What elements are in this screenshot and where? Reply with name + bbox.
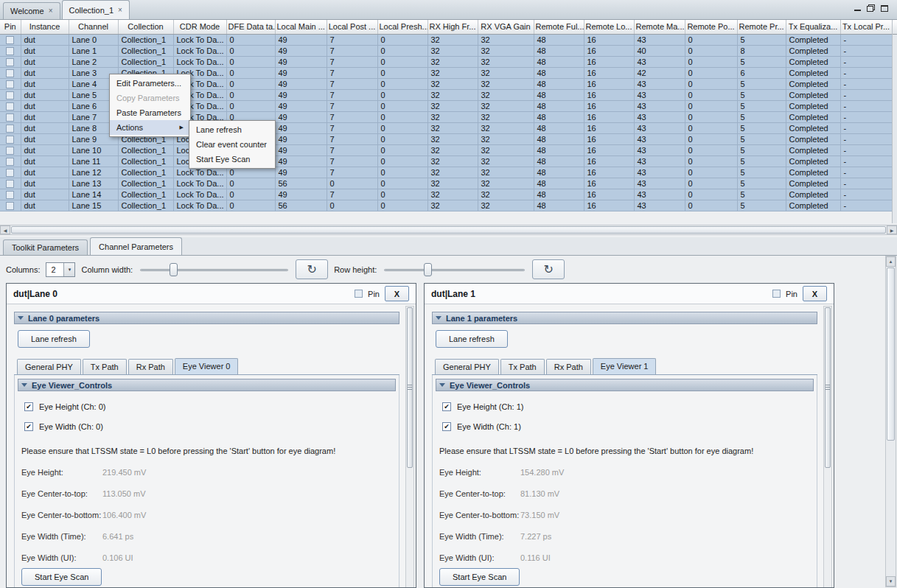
minimize-icon[interactable] <box>854 5 861 11</box>
table-row[interactable]: dut Lane 14 Collection_1 Lock To Da... 0… <box>0 189 892 200</box>
menu-item-lane-refresh[interactable]: Lane refresh <box>189 122 275 137</box>
tab-toolkit-parameters[interactable]: Toolkit Parameters <box>3 239 88 255</box>
eye-height-checkbox[interactable]: ✔ <box>442 402 451 411</box>
menu-item-edit-parameters[interactable]: Edit Parameters... <box>110 76 190 91</box>
slider-thumb[interactable] <box>170 263 178 276</box>
scroll-up-icon[interactable]: ▲ <box>886 256 896 267</box>
pin-checkbox[interactable] <box>6 136 14 144</box>
column-header[interactable]: RX VGA Gain <box>478 20 534 34</box>
horizontal-scrollbar-thumb[interactable] <box>11 226 886 234</box>
pin-checkbox[interactable] <box>6 169 14 177</box>
pin-checkbox[interactable] <box>6 58 14 66</box>
column-header[interactable]: Remote Po... <box>685 20 737 34</box>
column-header[interactable]: Channel <box>69 20 118 34</box>
column-header[interactable]: Local Post ... <box>327 20 377 34</box>
table-row[interactable]: dut Lane 2 Collection_1 Lock To Da... 0 … <box>0 56 892 67</box>
slider-thumb[interactable] <box>424 263 432 276</box>
pin-panel-checkbox[interactable] <box>355 290 363 298</box>
tab-rx-path[interactable]: Rx Path <box>128 359 173 374</box>
column-header[interactable]: Pin <box>0 20 21 34</box>
eye-height-checkbox[interactable]: ✔ <box>24 402 33 411</box>
vertical-scrollbar-thumb[interactable] <box>887 267 895 441</box>
panel-scrollbar[interactable] <box>823 306 832 588</box>
tab-tx-path[interactable]: Tx Path <box>500 359 545 374</box>
tab-welcome[interactable]: Welcome × <box>3 2 60 19</box>
table-vertical-scrollbar[interactable] <box>892 20 897 223</box>
panel-scrollbar-thumb[interactable] <box>407 307 413 468</box>
column-header[interactable]: CDR Mode <box>173 20 226 34</box>
tab-channel-parameters[interactable]: Channel Parameters <box>90 237 182 255</box>
start-eye-scan-button[interactable]: Start Eye Scan <box>439 568 520 586</box>
columns-select[interactable]: 2 ▾ <box>46 262 75 277</box>
column-header[interactable]: Tx Local Pr... <box>840 20 892 34</box>
pin-checkbox[interactable] <box>6 102 14 111</box>
tab-eye-viewer[interactable]: Eye Viewer 1 <box>593 358 657 374</box>
scroll-left-icon[interactable]: ◀ <box>0 225 10 234</box>
table-horizontal-scrollbar[interactable]: ◀ ▶ <box>0 225 897 235</box>
pin-checkbox[interactable] <box>6 36 14 44</box>
restore-icon[interactable] <box>867 4 875 12</box>
table-row[interactable]: dut Lane 0 Collection_1 Lock To Da... 0 … <box>0 34 892 45</box>
chevron-down-icon[interactable]: ▾ <box>63 263 74 276</box>
menu-item-start-eye-scan[interactable]: Start Eye Scan <box>189 152 275 167</box>
pin-checkbox[interactable] <box>6 47 14 55</box>
column-width-refresh-button[interactable]: ↻ <box>296 259 328 279</box>
column-header[interactable]: Local Presh... <box>377 20 427 34</box>
lane-parameters-header[interactable]: Lane 1 parameters <box>432 312 817 324</box>
table-row[interactable]: dut Lane 15 Collection_1 Lock To Da... 0… <box>0 200 892 211</box>
row-height-slider[interactable] <box>383 262 526 278</box>
pin-checkbox[interactable] <box>6 191 14 199</box>
tab-rx-path[interactable]: Rx Path <box>546 359 591 374</box>
scroll-right-icon[interactable]: ▶ <box>887 225 897 234</box>
eye-viewer-controls-header[interactable]: Eye Viewer_Controls <box>436 379 814 391</box>
eye-viewer-controls-header[interactable]: Eye Viewer_Controls <box>18 379 396 391</box>
scroll-down-icon[interactable]: ▼ <box>886 576 896 587</box>
pin-checkbox[interactable] <box>6 180 14 188</box>
column-header[interactable]: Remote Ful... <box>534 20 584 34</box>
menu-item-paste-parameters[interactable]: Paste Parameters <box>110 105 190 120</box>
column-header[interactable]: DFE Data ta... <box>226 20 275 34</box>
start-eye-scan-button[interactable]: Start Eye Scan <box>21 568 102 586</box>
table-row[interactable]: dut Lane 13 Collection_1 Lock To Da... 0… <box>0 178 892 189</box>
tab-eye-viewer[interactable]: Eye Viewer 0 <box>175 358 239 374</box>
column-header[interactable]: RX High Fr... <box>427 20 478 34</box>
maximize-icon[interactable] <box>881 5 888 12</box>
pin-checkbox[interactable] <box>6 69 14 77</box>
table-row[interactable]: dut Lane 1 Collection_1 Lock To Da... 0 … <box>0 45 892 56</box>
column-width-slider[interactable] <box>139 262 290 278</box>
menu-item-actions[interactable]: Actions ▶ <box>110 120 190 135</box>
lane-refresh-button[interactable]: Lane refresh <box>436 330 508 348</box>
panel-scrollbar-thumb[interactable] <box>825 307 831 468</box>
column-header[interactable]: Instance <box>21 20 69 34</box>
panel-scrollbar[interactable] <box>405 306 414 588</box>
pin-panel-checkbox[interactable] <box>772 290 781 298</box>
column-header[interactable]: Tx Equaliza... <box>786 20 840 34</box>
close-icon[interactable]: × <box>118 7 122 14</box>
column-header[interactable]: Local Main ... <box>275 20 327 34</box>
menu-item-clear-event-counter[interactable]: Clear event counter <box>189 137 275 152</box>
lane-refresh-button[interactable]: Lane refresh <box>18 330 90 348</box>
column-header[interactable]: Collection <box>118 20 173 34</box>
close-panel-button[interactable]: X <box>385 286 409 301</box>
close-panel-button[interactable]: X <box>803 286 827 301</box>
close-icon[interactable]: × <box>49 7 53 15</box>
column-header[interactable]: Remote Pr... <box>737 20 786 34</box>
pin-checkbox[interactable] <box>6 91 14 99</box>
eye-width-checkbox[interactable]: ✔ <box>24 422 33 431</box>
table-row[interactable]: dut Lane 10 Collection_1 Lock To Da... 0… <box>0 144 892 155</box>
pin-checkbox[interactable] <box>6 113 14 122</box>
tab-general-phy[interactable]: General PHY <box>435 359 499 374</box>
row-height-refresh-button[interactable]: ↻ <box>532 259 565 279</box>
pin-checkbox[interactable] <box>6 158 14 166</box>
pin-checkbox[interactable] <box>6 147 14 155</box>
pin-checkbox[interactable] <box>6 125 14 133</box>
eye-width-checkbox[interactable]: ✔ <box>442 422 451 431</box>
tab-collection-1[interactable]: Collection_1 × <box>62 0 130 19</box>
table-row[interactable]: dut Lane 11 Collection_1 Lock To Da... 0… <box>0 155 892 167</box>
tab-general-phy[interactable]: General PHY <box>17 359 81 374</box>
pin-checkbox[interactable] <box>6 80 14 88</box>
main-vertical-scrollbar[interactable]: ▲ ▼ <box>885 256 896 587</box>
lane-parameters-header[interactable]: Lane 0 parameters <box>14 312 399 324</box>
column-header[interactable]: Remote Ma... <box>634 20 685 34</box>
pin-checkbox[interactable] <box>6 202 14 210</box>
